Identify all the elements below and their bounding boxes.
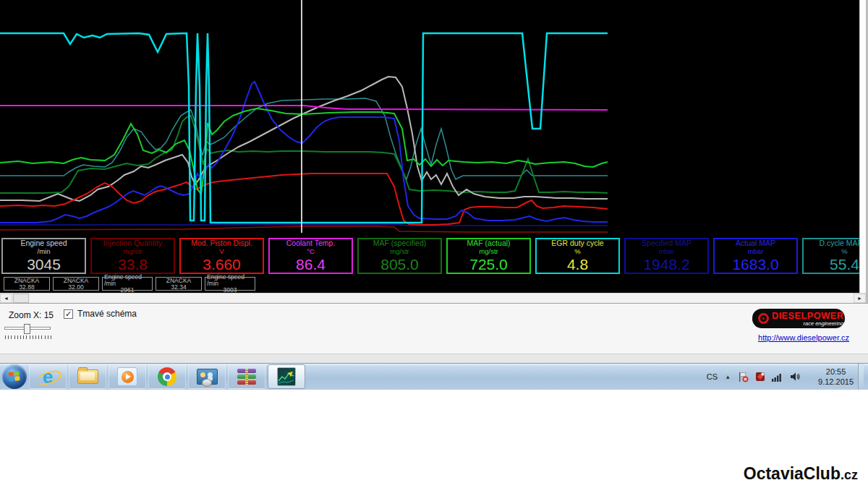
- trace-chart[interactable]: [0, 0, 859, 235]
- taskbar-chrome[interactable]: [148, 364, 186, 389]
- measurement-maf-actual: MAF (actual)mg/str725.0: [446, 238, 531, 274]
- clock-time: 20:55: [826, 367, 846, 377]
- marker-box-5: Engine speed /min3003: [205, 277, 255, 291]
- zoom-x-slider[interactable]: [4, 324, 52, 340]
- control-panel-app-icon: [197, 369, 218, 385]
- marker-box-4: ZNAČKA32.34: [156, 277, 202, 291]
- control-panel: Zoom X: 15 ✓ Tmavé schéma DIESELPOWER ra…: [0, 303, 868, 354]
- taskbar-control-panel-app[interactable]: [188, 364, 226, 389]
- hidden-icons-arrow[interactable]: ▲: [725, 374, 731, 380]
- start-button[interactable]: [2, 364, 27, 389]
- dark-scheme-checkbox[interactable]: ✓: [64, 309, 73, 319]
- watermark: OctaviaClub.cz: [744, 464, 858, 484]
- trace-injection-quantity: [0, 226, 608, 232]
- antivirus-icon[interactable]: [755, 372, 765, 382]
- trace-d-cycle-map-v-: [0, 98, 608, 179]
- dieselpower-link[interactable]: http://www.dieselpower.cz: [758, 333, 849, 342]
- trace-actual-map: [0, 82, 608, 223]
- page-background: OctaviaClub.cz: [0, 390, 868, 488]
- slider-ticks: [5, 335, 51, 339]
- trace-specified-map: [0, 225, 608, 226]
- measurement-row: Engine speed/min3045Injection Quantitymg…: [0, 235, 859, 277]
- marker-box-3: Engine speed /min2961: [102, 277, 153, 291]
- dieselpower-logo: DIESELPOWER race engineering: [752, 309, 845, 328]
- trace-maf-specified-: [0, 116, 608, 193]
- marker-row: ZNAČKA32.88ZNAČKA32.00Engine speed /min2…: [0, 277, 859, 293]
- scrollbar-thumb[interactable]: [13, 294, 29, 303]
- network-signal-icon[interactable]: [772, 372, 783, 382]
- language-indicator[interactable]: CS: [707, 372, 718, 381]
- graph-app-icon: ➤: [277, 367, 296, 386]
- trace-engine-speed: [0, 77, 608, 201]
- taskbar-windows-explorer[interactable]: [69, 364, 106, 389]
- trace-coolant-temp-: [0, 106, 608, 110]
- clock-date: 9.12.2015: [818, 377, 854, 387]
- trace-mod-piston-displ-: [0, 174, 608, 225]
- taskbar-clock[interactable]: 20:55 9.12.2015: [814, 367, 858, 388]
- measurement-engine-speed: Engine speed/min3045: [1, 238, 86, 274]
- measurement-dcycle-map-v: D.cycle MAP v.%55.4: [802, 238, 868, 274]
- logo-title: DIESELPOWER: [772, 311, 843, 320]
- scroll-left-button[interactable]: ◄: [0, 294, 12, 303]
- folder-icon: [77, 369, 98, 384]
- volume-icon[interactable]: [790, 372, 801, 382]
- mouse-icon: [202, 379, 212, 387]
- measurement-injection-quantity: Injection Quantitymg/str33.8: [90, 238, 175, 274]
- trace-chart-svg: [0, 0, 859, 235]
- system-tray: CS ▲: [707, 364, 868, 390]
- taskbar-media-player[interactable]: [109, 364, 146, 389]
- taskbar: e: [0, 363, 868, 390]
- measurement-actual-map: Actual MAPmbar1683.0: [713, 238, 798, 274]
- measurement-mod-piston-displ: Mod. Piston Displ.V3.660: [179, 238, 264, 274]
- window-bottom-strip: [0, 354, 868, 363]
- turbo-icon: [758, 313, 769, 324]
- horizontal-scrollbar[interactable]: ◄ ►: [0, 293, 866, 303]
- measurement-egr-duty-cycle: EGR duty cycle%4.8: [535, 238, 620, 274]
- dark-scheme-label: Tmavé schéma: [77, 309, 137, 319]
- window-right-edge: [859, 0, 866, 293]
- slider-thumb[interactable]: [24, 324, 30, 334]
- action-center-flag-icon[interactable]: [738, 372, 749, 382]
- scroll-right-button[interactable]: ►: [854, 294, 866, 303]
- screen: Engine speed/min3045Injection Quantitymg…: [0, 0, 868, 488]
- logo-subtitle: race engineering: [804, 321, 844, 327]
- taskbar-winrar[interactable]: [228, 364, 265, 389]
- chrome-icon: [158, 367, 176, 386]
- measurement-coolant-temp: Coolant Temp.°C86.4: [268, 238, 353, 274]
- taskbar-internet-explorer[interactable]: e: [29, 364, 67, 389]
- zoom-x-label: Zoom X: 15: [9, 310, 54, 320]
- measurement-specified-map: Specified MAPmbar1948.2: [624, 238, 709, 274]
- show-desktop-button[interactable]: [858, 364, 864, 390]
- marker-box-2: ZNAČKA32.00: [53, 277, 99, 291]
- media-player-icon: [117, 367, 137, 386]
- measurement-maf-specified: MAF (specified)mg/str805.0: [357, 238, 442, 274]
- marker-box-1: ZNAČKA32.88: [4, 277, 50, 291]
- winrar-icon: [237, 369, 256, 385]
- taskbar-graph-app-active[interactable]: ➤: [268, 364, 305, 389]
- dark-scheme-option[interactable]: ✓ Tmavé schéma: [64, 309, 137, 319]
- windows-logo-icon: [8, 371, 20, 381]
